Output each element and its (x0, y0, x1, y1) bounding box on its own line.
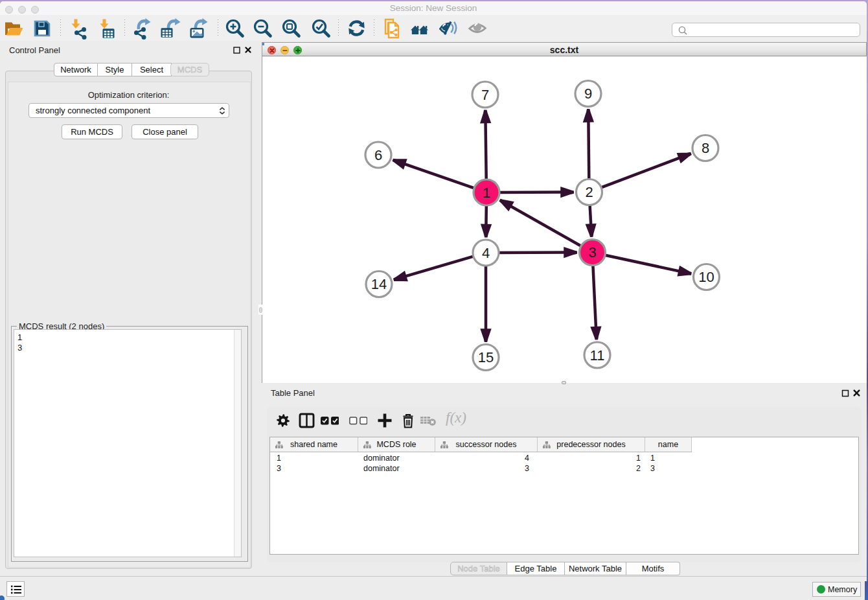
svg-text:9: 9 (584, 86, 592, 102)
svg-text:8: 8 (702, 140, 709, 156)
svg-text:7: 7 (481, 87, 489, 103)
svg-text:1: 1 (483, 185, 490, 201)
svg-text:11: 11 (590, 347, 605, 363)
svg-text:6: 6 (374, 147, 382, 163)
svg-text:14: 14 (371, 276, 387, 292)
svg-text:3: 3 (588, 244, 596, 260)
svg-text:15: 15 (478, 349, 494, 365)
svg-text:4: 4 (482, 245, 490, 261)
svg-text:2: 2 (585, 184, 593, 200)
svg-text:10: 10 (698, 269, 714, 285)
